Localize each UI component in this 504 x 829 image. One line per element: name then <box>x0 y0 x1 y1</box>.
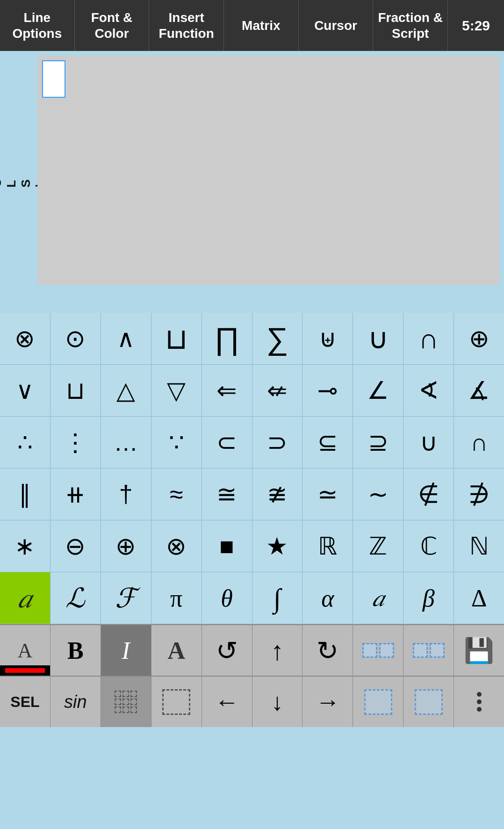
symbol-row-4: ∥ ⧺ † ≈ ≅ ≇ ≃ ∼ ∉ ∌ <box>0 469 504 520</box>
symbol-cap[interactable]: ∩ <box>403 313 454 364</box>
symbol-natural[interactable]: ℕ <box>454 520 504 572</box>
symbol-grid: ⊗ ⊙ ∧ ⊔ ∏ ∑ ⊎ ∪ ∩ ⊕ ∨ ⊔ △ ▽ ⇐ ⇍ ⊸ ∠ ∢ ∡ … <box>0 313 504 624</box>
symbol-integral[interactable]: ∫ <box>252 572 303 624</box>
two-squares-icon-1 <box>362 643 394 658</box>
symbol-theta[interactable]: θ <box>202 572 252 624</box>
side-label[interactable]: SYMBOLS|HELP <box>0 51 37 313</box>
symbol-approx[interactable]: ≈ <box>151 469 202 520</box>
symbol-script-L[interactable]: ℒ <box>50 572 101 624</box>
symbol-ast[interactable]: ∗ <box>0 520 50 572</box>
symbol-script-F[interactable]: ℱ <box>101 572 151 624</box>
symbol-nni[interactable]: ∌ <box>454 469 504 520</box>
tab-matrix[interactable]: Matrix <box>224 0 299 51</box>
sin-button[interactable]: sin <box>50 677 101 727</box>
symbol-beta[interactable]: β <box>403 572 454 624</box>
symbol-vee[interactable]: ∨ <box>0 365 50 416</box>
symbol-row-2: ∨ ⊔ △ ▽ ⇐ ⇍ ⊸ ∠ ∢ ∡ <box>0 365 504 417</box>
symbol-row-5: ∗ ⊖ ⊕ ⊗ ■ ★ ℝ ℤ ℂ ℕ <box>0 520 504 572</box>
symbol-double-cross[interactable]: ⧺ <box>50 469 101 520</box>
symbol-multimap[interactable]: ⊸ <box>302 365 353 416</box>
symbol-prod-big[interactable]: ∏ <box>202 313 252 364</box>
symbol-spherical-angle[interactable]: ∡ <box>454 365 504 416</box>
symbol-cup2[interactable]: ∪ <box>403 417 454 468</box>
tab-font-color[interactable]: Font &Color <box>75 0 150 51</box>
arrow-right-button[interactable]: → <box>302 677 353 727</box>
symbol-oplus2[interactable]: ⊕ <box>101 520 151 572</box>
bottom-toolbar-2: SEL sin ← ↓ → <box>0 676 504 727</box>
three-dots-icon <box>477 692 482 712</box>
symbol-delta[interactable]: Δ <box>454 572 504 624</box>
symbol-real[interactable]: ℝ <box>302 520 353 572</box>
symbol-measured-angle[interactable]: ∢ <box>403 365 454 416</box>
arrow-down-button[interactable]: ↓ <box>252 677 303 727</box>
symbol-sum-big[interactable]: ∑ <box>252 313 303 364</box>
symbol-ncong[interactable]: ≇ <box>252 469 303 520</box>
symbol-supseteq[interactable]: ⊇ <box>353 417 403 468</box>
bold-button[interactable]: B <box>50 625 101 676</box>
symbol-larrow[interactable]: ⇐ <box>202 365 252 416</box>
symbol-triangle-up[interactable]: △ <box>101 365 151 416</box>
symbol-notin[interactable]: ∉ <box>403 469 454 520</box>
symbol-angle[interactable]: ∠ <box>353 365 403 416</box>
redo-button[interactable]: ↻ <box>302 625 353 676</box>
tab-cursor[interactable]: Cursor <box>299 0 374 51</box>
symbol-otimes2[interactable]: ⊗ <box>151 520 202 572</box>
symbol-supset[interactable]: ⊃ <box>252 417 303 468</box>
symbol-odot[interactable]: ⊙ <box>50 313 101 364</box>
input-cursor-box <box>42 60 65 98</box>
frame-button[interactable] <box>151 677 202 727</box>
save-button[interactable]: 💾 <box>454 625 504 676</box>
text-outline-button[interactable]: A <box>151 625 202 676</box>
symbol-propto[interactable]: α <box>302 572 353 624</box>
symbol-alpha[interactable]: 𝑎 <box>353 572 403 624</box>
symbol-because[interactable]: ∵ <box>151 417 202 468</box>
italic-button[interactable]: I <box>101 625 151 676</box>
symbol-subset[interactable]: ⊂ <box>202 417 252 468</box>
more-options-button[interactable] <box>454 677 504 727</box>
symbol-otimes[interactable]: ⊗ <box>0 313 50 364</box>
arrow-up-button[interactable]: ↑ <box>252 625 303 676</box>
symbol-script-a[interactable]: 𝑎 <box>0 572 50 624</box>
sel-button[interactable]: SEL <box>0 677 50 727</box>
symbol-cong[interactable]: ≅ <box>202 469 252 520</box>
symbol-row-6: 𝑎 ℒ ℱ π θ ∫ α 𝑎 β Δ <box>0 572 504 624</box>
tab-fraction-script[interactable]: Fraction &Script <box>373 0 448 51</box>
top-navigation-bar: LineOptions Font &Color InsertFunction M… <box>0 0 504 51</box>
sin-label: sin <box>64 692 87 712</box>
symbol-triangle-down[interactable]: ▽ <box>151 365 202 416</box>
editor-canvas[interactable] <box>37 56 499 285</box>
symbol-nlarrow[interactable]: ⇍ <box>252 365 303 416</box>
symbol-parallel[interactable]: ∥ <box>0 469 50 520</box>
symbol-oplus[interactable]: ⊕ <box>454 313 504 364</box>
symbol-cup[interactable]: ∪ <box>353 313 403 364</box>
symbol-therefore[interactable]: ∴ <box>0 417 50 468</box>
dash-square-button-2[interactable] <box>403 677 454 727</box>
symbol-wedge[interactable]: ∧ <box>101 313 151 364</box>
symbol-integer[interactable]: ℤ <box>353 520 403 572</box>
symbol-pi[interactable]: π <box>151 572 202 624</box>
symbol-complex[interactable]: ℂ <box>403 520 454 572</box>
symbol-vert-dots[interactable]: ⋮ <box>50 417 101 468</box>
symbol-blacksquare[interactable]: ■ <box>202 520 252 572</box>
symbol-bigstar[interactable]: ★ <box>252 520 303 572</box>
symbol-sim[interactable]: ∼ <box>353 469 403 520</box>
symbol-ominus[interactable]: ⊖ <box>50 520 101 572</box>
dash-square-button-1[interactable] <box>353 677 403 727</box>
symbol-simeq[interactable]: ≃ <box>302 469 353 520</box>
matrix-grid-button[interactable] <box>101 677 151 727</box>
bottom-toolbar-1: A B I A ↺ ↑ ↻ 💾 <box>0 624 504 676</box>
tab-insert-function[interactable]: InsertFunction <box>149 0 224 51</box>
selection-squares-2[interactable] <box>403 625 454 676</box>
arrow-left-button[interactable]: ← <box>202 677 252 727</box>
undo-button[interactable]: ↺ <box>202 625 252 676</box>
selection-squares-1[interactable] <box>353 625 403 676</box>
symbol-ellipsis[interactable]: … <box>101 417 151 468</box>
symbol-subseteq[interactable]: ⊆ <box>302 417 353 468</box>
tab-line-options[interactable]: LineOptions <box>0 0 75 51</box>
symbol-sqcup[interactable]: ⊔ <box>50 365 101 416</box>
symbol-sqcup-big[interactable]: ⊔ <box>151 313 202 364</box>
text-style-button[interactable]: A <box>0 625 50 676</box>
symbol-dagger[interactable]: † <box>101 469 151 520</box>
symbol-cap2[interactable]: ∩ <box>454 417 504 468</box>
symbol-uplus[interactable]: ⊎ <box>302 313 353 364</box>
